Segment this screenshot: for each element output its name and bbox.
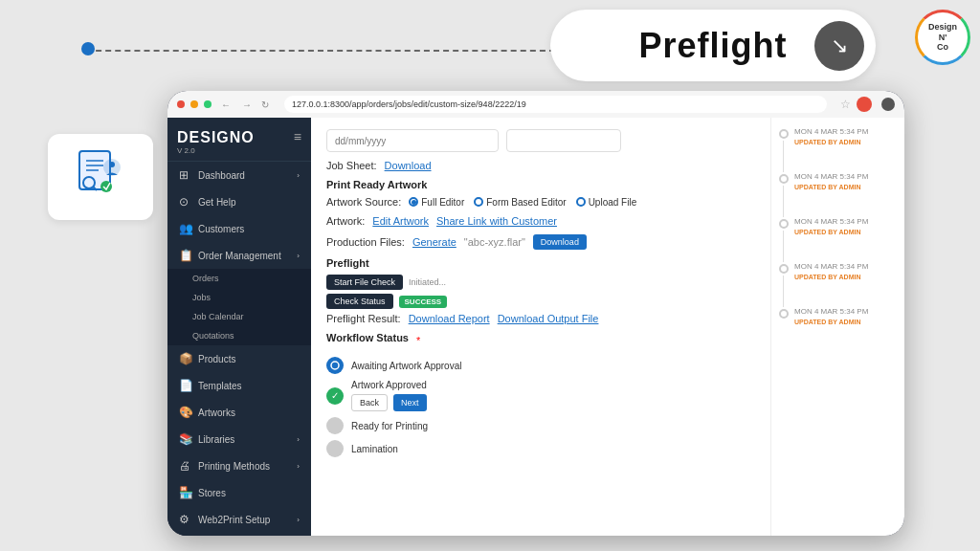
sidebar-item-artworks[interactable]: 🎨 Artworks xyxy=(167,399,311,426)
generate-link[interactable]: Generate xyxy=(412,236,457,248)
printing-icon: 🖨 xyxy=(179,459,192,473)
lamination-circle xyxy=(326,440,344,457)
logo-circle: Design N' Co xyxy=(915,10,970,65)
timeline-time-4: MON 4 MAR 5:34 PM xyxy=(794,262,897,271)
app-layout: ≡ DESIGNO V 2.0 ⊞ Dashboard › ⊙ Get Help… xyxy=(167,118,904,536)
preflight-arrow-button[interactable]: ↘ xyxy=(814,21,864,71)
timeline-item-5: MON 4 MAR 5:34 PM UPDATED BY ADMIN xyxy=(779,307,897,325)
sidebar-item-libraries[interactable]: 📚 Libraries › xyxy=(167,426,311,452)
back-btn[interactable]: Back xyxy=(351,394,388,411)
artworks-icon: 🎨 xyxy=(179,406,192,419)
sidebar-label-gethelp: Get Help xyxy=(198,197,235,208)
browser-btn-green[interactable] xyxy=(204,100,212,108)
nav-refresh[interactable]: ↻ xyxy=(261,99,269,110)
timeline: MON 4 MAR 5:34 PM UPDATED BY ADMIN MON 4… xyxy=(770,118,904,536)
sidebar-label-web2print: Web2Print Setup xyxy=(198,515,270,525)
print-ready-title: Print Ready Artwork xyxy=(326,179,755,190)
sidebar-label-printing: Printing Methods xyxy=(198,461,270,472)
sidebar-label-artworks: Artworks xyxy=(198,408,235,418)
download-production-btn[interactable]: Download xyxy=(533,234,587,250)
sidebar-item-customers[interactable]: 👥 Customers xyxy=(167,215,311,242)
date-input[interactable] xyxy=(326,129,499,152)
svg-point-5 xyxy=(109,162,115,167)
products-icon: 📦 xyxy=(179,352,192,365)
timeline-dot-5 xyxy=(779,309,789,319)
nav-back[interactable]: ← xyxy=(221,99,231,110)
artwork-source-row: Artwork Source: Full Editor Form Based E… xyxy=(326,196,755,208)
share-link[interactable]: Share Link with Customer xyxy=(436,215,557,227)
next-btn[interactable]: Next xyxy=(393,394,427,411)
secondary-input[interactable] xyxy=(506,129,621,152)
sidebar-item-stores[interactable]: 🏪 Stores xyxy=(167,479,311,506)
sidebar-sub-quotations[interactable]: Quotations xyxy=(167,326,311,345)
approved-circle: ✓ xyxy=(326,387,344,405)
production-files-label: Production Files: xyxy=(326,236,405,248)
timeline-badge-2: UPDATED BY ADMIN xyxy=(794,184,897,190)
success-badge: SUCCESS xyxy=(399,296,448,308)
artwork-approved-label: Artwork Approved xyxy=(351,380,427,390)
dashed-arrow-line xyxy=(86,50,555,52)
main-content: Job Sheet: Download Print Ready Artwork … xyxy=(311,118,770,536)
web2print-icon: ⚙ xyxy=(179,513,192,526)
sidebar-item-web2print[interactable]: ⚙ Web2Print Setup › xyxy=(167,506,311,533)
sidebar-item-ordermgmt[interactable]: 📋 Order Management › xyxy=(167,242,311,269)
timeline-dot-2 xyxy=(779,174,789,184)
sidebar-item-products[interactable]: 📦 Products xyxy=(167,345,311,372)
icon-card-image xyxy=(72,146,129,208)
bookmark-icon[interactable]: ☆ xyxy=(840,98,851,111)
full-editor-radio[interactable]: Full Editor xyxy=(409,197,464,208)
artwork-label: Artwork: xyxy=(326,215,365,227)
start-file-check-btn[interactable]: Start File Check xyxy=(326,275,403,290)
sidebar-item-templates[interactable]: 📄 Templates xyxy=(167,372,311,399)
libraries-icon: 📚 xyxy=(179,432,192,446)
preflight-section: Start File Check Initiated... Check Stat… xyxy=(326,275,755,324)
timeline-dot-3 xyxy=(779,219,789,229)
sidebar-item-dashboard[interactable]: ⊞ Dashboard › xyxy=(167,162,311,188)
download-report-link[interactable]: Download Report xyxy=(409,313,490,324)
job-sheet-download-link[interactable]: Download xyxy=(385,160,432,171)
browser-url-bar[interactable]: 127.0.0.1:8300/app/orders/jobs/edit/cust… xyxy=(284,96,827,113)
download-output-link[interactable]: Download Output File xyxy=(498,313,599,324)
sidebar-sub-orders[interactable]: Orders xyxy=(167,269,311,288)
ordermgmt-icon: 📋 xyxy=(179,249,192,262)
sidebar-label-libraries: Libraries xyxy=(198,434,234,445)
svg-point-9 xyxy=(331,362,339,369)
sidebar-logo-text: DESIGNO xyxy=(177,129,301,146)
ordermgmt-chevron: › xyxy=(297,252,300,260)
workflow-status-label: Workflow Status xyxy=(326,332,409,343)
web2print-chevron: › xyxy=(297,516,300,524)
nav-forward[interactable]: → xyxy=(242,99,252,110)
artwork-approved-group: Artwork Approved Back Next xyxy=(351,380,427,411)
timeline-dot-1 xyxy=(779,129,789,139)
timeline-time-3: MON 4 MAR 5:34 PM xyxy=(794,217,897,226)
user-icon xyxy=(857,97,872,112)
browser-btn-yellow[interactable] xyxy=(190,100,198,108)
sidebar-item-gethelp[interactable]: ⊙ Get Help xyxy=(167,188,311,215)
sidebar-label-templates: Templates xyxy=(198,381,242,391)
production-files-row: Production Files: Generate "abc-xyz.flar… xyxy=(326,234,755,250)
job-sheet-label: Job Sheet: xyxy=(326,160,377,171)
edit-artwork-link[interactable]: Edit Artwork xyxy=(372,215,429,227)
browser-bar: ← → ↻ 127.0.0.1:8300/app/orders/jobs/edi… xyxy=(167,91,904,118)
upload-file-radio[interactable]: Upload File xyxy=(576,197,637,208)
timeline-time-1: MON 4 MAR 5:34 PM xyxy=(794,127,897,136)
sidebar-logo: ≡ DESIGNO V 2.0 xyxy=(167,118,311,162)
preflight-title-area: Preflight ↘ xyxy=(550,10,876,81)
sidebar-sub-jobcalendar[interactable]: Job Calendar xyxy=(167,307,311,326)
upload-file-label: Upload File xyxy=(589,197,637,208)
form-based-radio[interactable]: Form Based Editor xyxy=(474,197,566,208)
menu-icon[interactable]: ≡ xyxy=(294,129,301,144)
sidebar-sub-jobs[interactable]: Jobs xyxy=(167,288,311,307)
timeline-dot-4 xyxy=(779,264,789,274)
sidebar: ≡ DESIGNO V 2.0 ⊞ Dashboard › ⊙ Get Help… xyxy=(167,118,311,536)
settings-icon[interactable] xyxy=(881,98,895,111)
sidebar-item-printingmethods[interactable]: 🖨 Printing Methods › xyxy=(167,452,311,479)
upload-file-dot xyxy=(576,197,586,207)
check-status-btn[interactable]: Check Status xyxy=(326,294,393,309)
browser-btn-red[interactable] xyxy=(177,100,185,108)
svg-point-8 xyxy=(100,181,112,192)
timeline-item-2: MON 4 MAR 5:34 PM UPDATED BY ADMIN xyxy=(779,172,897,190)
url-text: 127.0.0.1:8300/app/orders/jobs/edit/cust… xyxy=(292,99,526,109)
sidebar-section-orders: Orders Jobs Job Calendar Quotations xyxy=(167,269,311,345)
printing-chevron: › xyxy=(297,462,300,471)
